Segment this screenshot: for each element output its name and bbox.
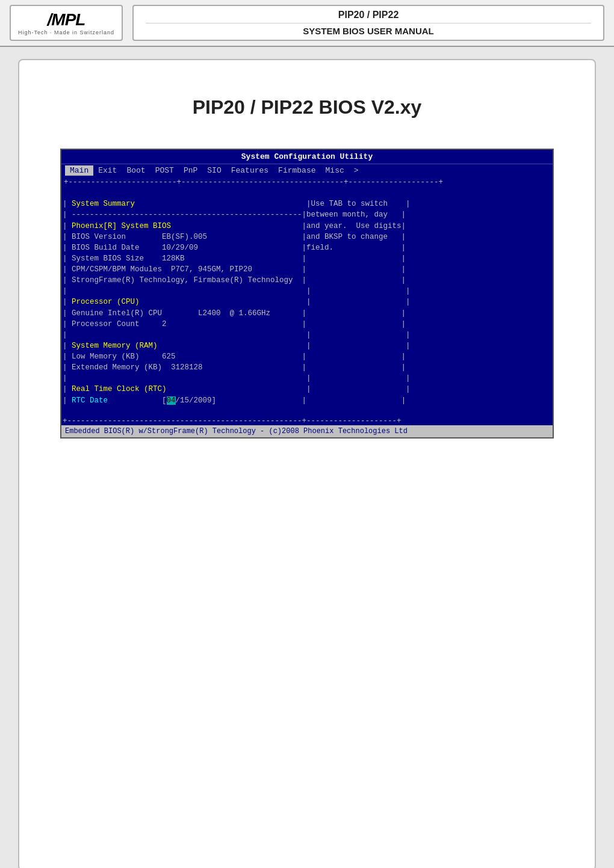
menu-more[interactable]: > <box>349 165 364 176</box>
page-title: PIP20 / PIP22 BIOS V2.xy <box>43 96 571 119</box>
menu-firmbase[interactable]: Firmbase <box>273 165 320 176</box>
header-titles: PIP20 / PIP22 SYSTEM BIOS USER MANUAL <box>132 5 604 41</box>
logo-box: /MPL High-Tech · Made in Switzerland <box>10 5 123 41</box>
bios-top-separator: +------------------------+--------------… <box>61 177 553 188</box>
bios-title-bar: System Configuration Utility <box>61 150 553 164</box>
page-header: /MPL High-Tech · Made in Switzerland PIP… <box>0 0 614 47</box>
bios-content: | System Summary |Use TAB to switch | | … <box>61 188 553 417</box>
main-content: PIP20 / PIP22 BIOS V2.xy System Configur… <box>18 59 596 868</box>
menu-boot[interactable]: Boot <box>122 165 150 176</box>
menu-misc[interactable]: Misc <box>321 165 349 176</box>
mpl-logo: /MPL <box>48 10 85 29</box>
bios-body: | System Summary |Use TAB to switch | | … <box>61 188 553 417</box>
menu-post[interactable]: POST <box>150 165 179 176</box>
bios-footer: Embedded BIOS(R) w/StrongFrame(R) Techno… <box>61 425 553 437</box>
header-model: PIP20 / PIP22 <box>146 10 591 20</box>
bios-bottom-separator: +---------------------------------------… <box>61 417 553 425</box>
bios-menu-bar: Main Exit Boot POST PnP SIO Features Fir… <box>61 164 553 177</box>
menu-pnp[interactable]: PnP <box>179 165 202 176</box>
bios-line-system-summary: | System Summary |Use TAB to switch | | … <box>63 200 411 404</box>
logo-tagline: High-Tech · Made in Switzerland <box>18 29 114 35</box>
menu-exit[interactable]: Exit <box>93 165 122 176</box>
bios-container: System Configuration Utility Main Exit B… <box>60 149 554 439</box>
menu-sio[interactable]: SIO <box>202 165 226 176</box>
header-manual: SYSTEM BIOS USER MANUAL <box>146 23 591 36</box>
menu-features[interactable]: Features <box>226 165 273 176</box>
menu-main[interactable]: Main <box>65 165 93 176</box>
